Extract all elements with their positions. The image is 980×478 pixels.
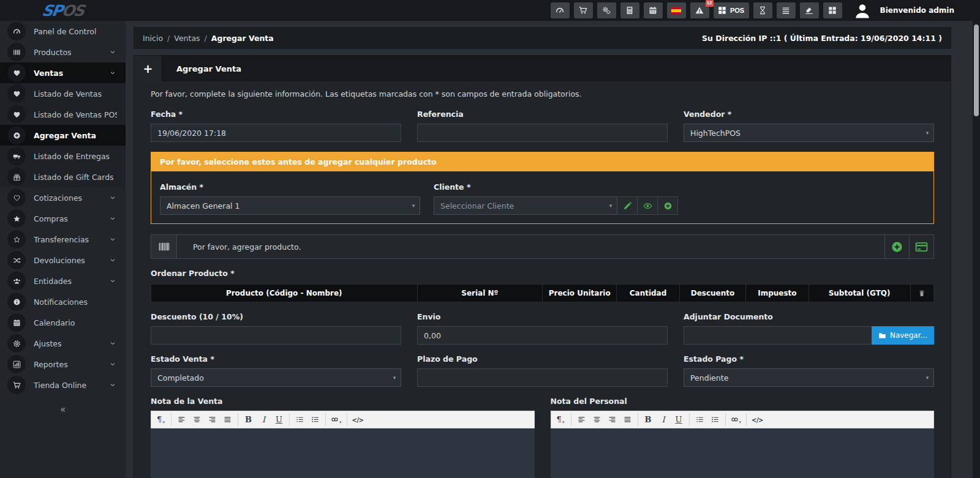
credit-card-icon — [915, 241, 928, 253]
sidebar-item-devoluciones[interactable]: Devoluciones — [0, 250, 126, 271]
logo-text-primary: SP — [41, 2, 63, 20]
sidebar-item-calendario[interactable]: Calendario — [0, 312, 126, 333]
add-product-button[interactable] — [884, 235, 909, 258]
sidebar-item-compras[interactable]: Compras — [0, 208, 126, 229]
underline-button[interactable]: U — [271, 412, 287, 427]
plazo-pago-input[interactable] — [417, 368, 668, 387]
pos-button[interactable]: POS — [714, 2, 749, 18]
col-impuesto: Impuesto — [746, 285, 809, 302]
sidebar-collapse-button[interactable]: « — [0, 404, 126, 415]
sidebar-item-reportes[interactable]: Reportes — [0, 354, 126, 375]
italic-button[interactable]: I — [656, 412, 671, 427]
descuento-input[interactable] — [151, 326, 401, 345]
adjuntar-file-input[interactable] — [684, 326, 872, 345]
alerts-button[interactable]: 12 — [690, 2, 709, 18]
sidebar-item-tienda-online[interactable]: Tienda Online — [0, 375, 126, 395]
align-right-button[interactable] — [205, 412, 220, 427]
truck-icon — [7, 147, 26, 165]
sidebar-item-ajustes[interactable]: Ajustes — [0, 333, 126, 354]
estado-venta-field-group: Estado Venta * Completado ▾ — [151, 352, 401, 387]
page-scrollbar[interactable] — [973, 21, 980, 478]
estado-pago-field-group: Estado Pago * Pendiente ▾ — [684, 352, 934, 387]
align-left-button[interactable] — [574, 412, 589, 427]
sidebar-item-listado-de-entregas[interactable]: Listado de Entregas — [0, 146, 126, 166]
bold-button[interactable]: B — [241, 412, 256, 427]
cliente-view-button[interactable] — [638, 196, 658, 215]
sidebar-item-ventas[interactable]: Ventas — [0, 62, 126, 83]
nota-personal-editor: ¶ B I U — [551, 411, 935, 478]
link-button[interactable] — [728, 412, 744, 427]
code-view-button[interactable]: </> — [350, 412, 366, 427]
calendar-button[interactable] — [644, 2, 663, 18]
sales-cart-button[interactable] — [574, 2, 593, 18]
unordered-list-button[interactable] — [692, 412, 707, 427]
browse-button[interactable]: Navegar... — [872, 326, 934, 345]
italic-icon: I — [662, 415, 665, 424]
pos-button-label: POS — [730, 7, 744, 14]
italic-button[interactable]: I — [256, 412, 271, 427]
unordered-list-button[interactable] — [292, 412, 307, 427]
preselect-warning-box: Por favor, seleccione estos antes de agr… — [151, 152, 934, 224]
envio-input[interactable] — [417, 326, 668, 345]
language-flag-button[interactable] — [667, 2, 686, 18]
chevron-down-icon — [110, 257, 117, 263]
align-justify-button[interactable] — [220, 412, 235, 427]
toolbar-separator — [171, 413, 172, 426]
list-button[interactable] — [777, 2, 796, 18]
sidebar-item-cotizaciones[interactable]: Cotizaciones — [0, 187, 126, 208]
align-left-button[interactable] — [174, 412, 189, 427]
apps-grid-button[interactable] — [823, 2, 842, 18]
align-right-button[interactable] — [605, 412, 620, 427]
toolbar-separator — [571, 413, 571, 426]
sidebar-item-productos[interactable]: Productos — [0, 42, 126, 62]
cliente-select[interactable]: Seleccionar Cliente ▾ — [434, 196, 617, 215]
cliente-placeholder: Seleccionar Cliente — [440, 201, 514, 211]
nota-venta-field-group: Nota de la Venta ¶ B I U — [151, 394, 535, 478]
scrollbar-thumb[interactable] — [974, 24, 979, 116]
align-center-button[interactable] — [589, 412, 605, 427]
sidebar-item-listado-de-ventas[interactable]: Listado de Ventas — [0, 83, 126, 104]
nota-venta-textarea[interactable] — [151, 428, 535, 478]
calculator-button[interactable] — [620, 2, 639, 18]
vendedor-select[interactable]: HighTechPOS ▾ — [684, 124, 934, 142]
sidebar-item-agregar-venta[interactable]: Agregar Venta — [0, 125, 126, 146]
sidebar-item-transferencias[interactable]: Transferencias — [0, 229, 126, 250]
delete-all-rows-button[interactable] — [910, 285, 933, 302]
estado-pago-select[interactable]: Pendiente ▾ — [684, 368, 934, 387]
fecha-input[interactable] — [151, 124, 401, 142]
nota-personal-textarea[interactable] — [551, 428, 935, 478]
align-justify-button[interactable] — [620, 412, 635, 427]
almacen-select[interactable]: Almacen General 1 ▾ — [160, 196, 420, 215]
toolbar-separator — [325, 413, 326, 426]
sidebar-item-listado-de-ventas-pos[interactable]: Listado de Ventas POS — [0, 104, 126, 125]
sidebar-item-panel-de-control[interactable]: Panel de Control — [0, 21, 126, 42]
avatar[interactable] — [854, 1, 873, 20]
dashboard-button[interactable] — [551, 2, 570, 18]
ordered-list-button[interactable] — [707, 412, 723, 427]
sidebar-item-entidades[interactable]: Entidades — [0, 271, 126, 291]
estado-venta-select[interactable]: Completado ▾ — [151, 368, 401, 387]
register-hourglass-button[interactable] — [753, 2, 772, 18]
paragraph-style-button[interactable]: ¶ — [153, 412, 168, 427]
underline-button[interactable]: U — [671, 412, 687, 427]
breadcrumb-home-link[interactable]: Inicio — [143, 34, 163, 43]
adjuntar-field-group: Adjuntar Documento Navegar... — [684, 310, 934, 345]
panel-plus-icon[interactable]: + — [134, 56, 162, 81]
ordered-list-button[interactable] — [307, 412, 323, 427]
referencia-input[interactable] — [417, 124, 668, 142]
clear-cache-button[interactable] — [800, 2, 819, 18]
paragraph-style-button[interactable]: ¶ — [553, 412, 568, 427]
code-view-button[interactable]: </> — [749, 412, 766, 427]
bold-button[interactable]: B — [641, 412, 656, 427]
cliente-add-button[interactable] — [658, 196, 678, 215]
gauge-icon — [7, 22, 26, 40]
cliente-edit-button[interactable] — [617, 196, 638, 215]
settings-cogs-button[interactable] — [597, 2, 616, 18]
breadcrumb-ventas-link[interactable]: Ventas — [174, 34, 200, 43]
align-center-button[interactable] — [189, 412, 205, 427]
payment-card-button[interactable] — [909, 235, 933, 258]
link-button[interactable] — [328, 412, 344, 427]
envio-label: Envio — [417, 312, 668, 321]
sidebar-item-notificaciones[interactable]: Notificaciones — [0, 291, 126, 312]
sidebar-item-listado-de-gift-cards[interactable]: Listado de Gift Cards — [0, 166, 126, 187]
